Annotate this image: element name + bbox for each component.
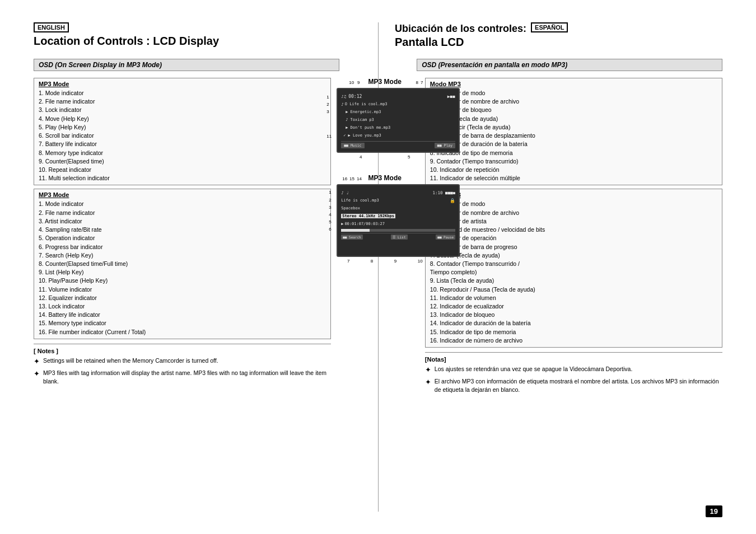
mp3-mode-2-list: 1. Mode indicator 2. File name indicator… <box>39 200 326 336</box>
nota-item-2: ✦ El archivo MP3 con información de etiq… <box>425 377 722 394</box>
lcd-current-file: O Life is cool.mp3 <box>345 102 388 106</box>
lcd2-btn-pause: ■■ Pause <box>436 235 455 240</box>
list-item: 2. Indicador de nombre de archivo <box>430 97 717 106</box>
lcd-row-6: ✓ ▶ Love you.mp3 <box>341 132 455 139</box>
list-item: 3. Lock indicator <box>39 106 326 114</box>
list-item: 1. Indicador de modo <box>430 200 717 208</box>
callout-7: 7 <box>421 80 423 85</box>
lcd2-btn-list: ☰ List <box>391 235 407 240</box>
mp3-mode-box-2: MP3 Mode 1. Mode indicator 2. File name … <box>34 189 331 339</box>
callout-d2-6: 6 <box>329 227 331 232</box>
lcd-file-4: ▶ Don't push me.mp3 <box>346 125 390 130</box>
top-callouts-d2: 16 15 14 <box>342 176 362 181</box>
notes-left-title: [ Notes ] <box>34 348 331 354</box>
bottom-callouts-2: 7 8 9 10 <box>337 259 433 264</box>
english-badge: ENGLISH <box>34 22 69 32</box>
list-item: 12. Indicador de ecualizador <box>430 302 717 311</box>
nota-item-1: ✦ Los ajustes se retendrán una vez que s… <box>425 365 722 375</box>
note-text-2: MP3 files with tag information will disp… <box>43 369 331 385</box>
callout-16: 16 <box>342 176 347 181</box>
right-title-line1: Ubicación de los controles: <box>395 23 526 35</box>
lcd-row-3: ▶ Energetic.mp3 <box>341 108 455 116</box>
mp3-mode-1-title: MP3 Mode <box>39 81 326 87</box>
list-item: 5. Indicador de operación <box>430 234 717 242</box>
main-content: MP3 Mode 1. Mode indicator 2. File name … <box>34 78 722 396</box>
page-number: 19 <box>706 505 722 517</box>
lcd2-row-1: ♪ ♩ 1:10 ■■■◼ <box>341 189 455 196</box>
lcd2-row-5: ▶ 00:01:07/00:03:27 <box>341 220 455 228</box>
list-item: 1. Mode indicator <box>39 200 326 208</box>
lcd2-btn-search: ■■ Search <box>341 235 363 240</box>
callout-15: 15 <box>349 176 354 181</box>
right-column: Modo MP3 1. Indicador de modo 2. Indicad… <box>419 78 722 396</box>
list-item: 9. Contador (Tiempo transcurrido) <box>430 157 717 166</box>
lcd2-lock-icon: 🔒 <box>450 198 455 203</box>
list-item: 1. Indicador de modo <box>430 89 717 97</box>
lcd-screen-2: ♪ ♩ 1:10 ■■■◼ Life is cool.mp3 🔒 Spacebo… <box>337 184 460 257</box>
list-item: 15. Memory type indicator <box>39 319 326 327</box>
lcd2-row-4: Stereo 44.1kHz 192Kbps <box>341 212 455 220</box>
center-diagrams: MP3 Mode 1 2 3 11 6 10 9 8 <box>337 78 433 264</box>
list-item: Tiempo completo) <box>430 268 717 277</box>
notes-right: [Notas] ✦ Los ajustes se retendrán una v… <box>425 352 722 394</box>
list-item: 3. Indicador de artista <box>430 217 717 226</box>
lcd-row-2: ♪ O Life is cool.mp3 <box>341 100 455 108</box>
note-item-1: ✦ Settings will be retained when the Mem… <box>34 357 331 367</box>
lcd2-time: 00:01:07/00:03:27 <box>344 222 385 226</box>
diagram-2-container: MP3 Mode 16 15 14 1 2 3 4 5 6 <box>337 174 433 264</box>
mp3-mode-2-title: MP3 Mode <box>39 191 326 198</box>
list-item: 7. Battery life indicator <box>39 140 326 148</box>
list-item: 15. Indicador de tipo de memoria <box>430 328 717 336</box>
list-item: 9. Counter(Elapsed time) <box>39 157 326 166</box>
list-item: 14. Battery life indicator <box>39 311 326 319</box>
left-header: ENGLISH Location of Controls : LCD Displ… <box>34 22 378 53</box>
list-item: 6. Scroll bar indicator <box>39 132 326 140</box>
modo-mp3-1-list: 1. Indicador de modo 2. Indicador de nom… <box>430 89 717 182</box>
list-item: 6. Progress bar indicator <box>39 243 326 251</box>
callout-d2-1: 1 <box>329 190 331 195</box>
nota-bullet-1: ✦ <box>425 365 431 375</box>
left-column: MP3 Mode 1. Mode indicator 2. File name … <box>34 78 337 396</box>
callout-d2-2: 2 <box>329 198 331 203</box>
lcd2-sampling: Stereo 44.1kHz 192Kbps <box>341 214 395 218</box>
right-title-line2: Pantalla LCD <box>395 36 722 49</box>
callout-4: 4 <box>360 154 362 160</box>
list-item: 12. Equalizer indicator <box>39 294 326 302</box>
lcd2-btn-row: ■■ Search ☰ List ■■ Pause <box>341 233 455 240</box>
lcd2-row-3: Spacebox <box>341 204 455 212</box>
note-bullet-2: ✦ <box>34 369 40 379</box>
note-text-1: Settings will be retained when the Memor… <box>43 357 218 365</box>
list-item: 2. File name indicator <box>39 209 326 217</box>
list-item: 8. Contador (Tiempo transcurrido / <box>430 260 717 268</box>
notes-left: [ Notes ] ✦ Settings will be retained wh… <box>34 344 331 386</box>
right-osd-header: OSD (Presentación en pantalla en modo MP… <box>417 59 722 71</box>
callout-5: 5 <box>408 154 410 160</box>
lcd2-time-icon: ▶ <box>341 222 343 226</box>
lcd-screen-1: ♪♫ 00:12 ▶◼◼ ♪ O Life is cool.mp3 ▶ Ener… <box>337 88 460 153</box>
lcd2-mode-icon: ♪ ♩ <box>341 190 349 195</box>
list-item: 14. Indicador de duración de la batería <box>430 319 717 327</box>
nota-text-2: El archivo MP3 con información de etique… <box>435 377 722 394</box>
list-item: 2. File name indicator <box>39 97 326 106</box>
callout-9: 9 <box>357 80 360 85</box>
list-item: 5. Reproducir (Tecla de ayuda) <box>430 123 717 132</box>
left-osd-header: OSD (On Screen Display in MP3 Mode) <box>34 59 339 71</box>
notes-right-title: [Notas] <box>425 356 722 363</box>
list-item: 10. Reproducir / Pausa (Tecla de ayuda) <box>430 285 717 294</box>
left-title: Location of Controls : LCD Display <box>34 35 378 48</box>
lcd2-progress-bg <box>341 229 455 232</box>
list-item: 11. Volume indicator <box>39 285 326 294</box>
lcd2-progress-fill <box>341 229 370 232</box>
list-item: 6. Indicador de barra de desplazamiento <box>430 132 717 140</box>
list-item: 11. Multi selection indicator <box>39 174 326 182</box>
lcd-row-1: ♪♫ 00:12 ▶◼◼ <box>341 92 455 100</box>
list-item: 16. Indicador de número de archivo <box>430 336 717 345</box>
list-item: 4. Mover (Tecla de ayuda) <box>430 115 717 123</box>
list-item: 7. Search (Help Key) <box>39 251 326 260</box>
list-item: 13. Lock indicator <box>39 302 326 311</box>
callout-8: 8 <box>416 80 418 85</box>
diagram-2-wrapper: 16 15 14 1 2 3 4 5 6 13 12 11 <box>337 184 433 264</box>
list-item: 4. Move (Help Key) <box>39 115 326 123</box>
callout-d2-4: 4 <box>329 212 331 217</box>
lcd-play-icon: ♪ <box>341 102 344 107</box>
